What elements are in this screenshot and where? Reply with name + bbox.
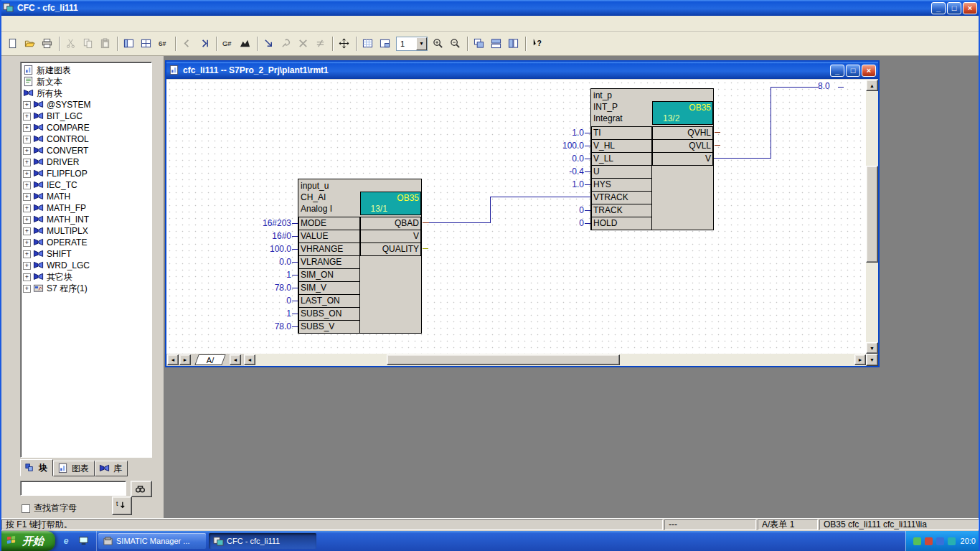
taskbar-task-CFC - cfc_li111[interactable]: CFC - cfc_li111 xyxy=(209,533,316,549)
chart-maximize-button[interactable]: □ xyxy=(846,65,860,77)
pin-name[interactable]: V xyxy=(652,152,713,166)
pin-value[interactable]: 100.0 xyxy=(270,242,291,256)
hscroll-left-arrow[interactable]: ◄ xyxy=(244,354,255,365)
tree-item-S7 程序(1)[interactable]: + S7 程序(1) xyxy=(23,283,151,294)
connection-line[interactable] xyxy=(714,158,771,159)
pin-name[interactable]: QVHL xyxy=(652,126,713,140)
jump-to-interconnection-button[interactable] xyxy=(260,35,278,52)
expand-icon[interactable]: + xyxy=(23,227,31,235)
compare-button[interactable] xyxy=(312,35,329,52)
ie-icon[interactable]: e xyxy=(62,535,73,547)
find-initial-checkbox[interactable] xyxy=(22,504,30,513)
tree-item-CONVERT[interactable]: + CONVERT xyxy=(23,145,151,156)
input-pin-VLRANGE[interactable]: 0.0VLRANGE xyxy=(298,255,360,269)
output-pin-QUALITY[interactable]: QUALITY xyxy=(360,242,422,256)
expand-icon[interactable]: + xyxy=(23,159,31,166)
pin-value[interactable]: 100.0 xyxy=(562,139,584,153)
connection-line[interactable] xyxy=(771,87,771,158)
vscroll-thumb[interactable] xyxy=(866,166,878,263)
sheet-tab[interactable]: A/ xyxy=(194,354,225,365)
tree-item-新文本[interactable]: + 新文本 xyxy=(23,76,151,88)
pin-value[interactable]: 1.0 xyxy=(572,126,584,140)
input-pin-TI[interactable]: 1.0TI xyxy=(591,126,652,140)
scrollbar-corner[interactable]: ▼ xyxy=(866,354,878,366)
pin-value[interactable]: 0.0 xyxy=(279,255,291,269)
overview-button[interactable] xyxy=(138,35,155,52)
input-pin-MODE[interactable]: 16#203MODE xyxy=(298,217,360,230)
output-pin-QBAD[interactable]: QBAD xyxy=(360,217,422,230)
chevron-down-icon[interactable]: ▼ xyxy=(416,37,427,50)
tree-item-MATH[interactable]: + MATH xyxy=(23,191,151,202)
pin-name[interactable]: V_LL xyxy=(591,152,652,166)
print-chart-button[interactable] xyxy=(39,35,56,52)
expand-icon[interactable]: + xyxy=(23,147,31,155)
previous-sheet-button[interactable] xyxy=(179,35,196,52)
tree-item-COMPARE[interactable]: + COMPARE xyxy=(23,122,151,133)
maximize-button[interactable]: □ xyxy=(947,2,961,14)
menu-item[interactable] xyxy=(85,22,95,26)
find-button[interactable] xyxy=(131,481,152,497)
connection-line[interactable] xyxy=(771,87,818,88)
expand-icon[interactable]: + xyxy=(23,170,31,178)
pin-name[interactable]: TI xyxy=(591,126,652,140)
chart-window-titlebar[interactable]: cfc_li111 -- S7Pro_2_Prj\plant1\rmt1 _ □… xyxy=(166,62,878,79)
sheet-prev-button[interactable]: ◄ xyxy=(167,354,179,365)
expand-icon[interactable]: + xyxy=(23,193,31,201)
chart-canvas[interactable]: input_uCH_AIAnalog IOB3513/116#203MODE16… xyxy=(166,80,866,354)
tray-icon-2[interactable] xyxy=(925,537,933,545)
pin-name[interactable]: TRACK xyxy=(591,204,652,217)
pin-value[interactable]: 0 xyxy=(579,204,584,217)
input-pin-SUBS_V[interactable]: 78.0SUBS_V xyxy=(298,320,360,334)
chart-minimize-button[interactable]: _ xyxy=(830,65,844,77)
menu-item[interactable] xyxy=(4,22,14,26)
vscroll-up-arrow[interactable]: ▲ xyxy=(866,80,878,91)
pin-name[interactable]: SUBS_V xyxy=(298,320,360,334)
connection-line[interactable] xyxy=(490,197,491,222)
taskbar-task-SIMATIC Manager ...[interactable]: SIMATIC Manager ... xyxy=(98,533,206,549)
context-help-button[interactable]: ? xyxy=(529,35,546,52)
tile-windows-button[interactable] xyxy=(488,35,505,52)
input-pin-HYS[interactable]: 1.0HYS xyxy=(591,178,652,192)
copy-button[interactable] xyxy=(80,35,97,52)
pin-name[interactable]: QVLL xyxy=(652,139,713,153)
menu-item[interactable] xyxy=(14,22,24,26)
tree-item-FLIPFLOP[interactable]: + FLIPFLOP xyxy=(23,168,151,179)
zoom-factor-select[interactable]: 1▼ xyxy=(396,37,428,51)
sheet-scroll-button[interactable]: ◄ xyxy=(230,354,241,365)
expand-icon[interactable]: + xyxy=(23,285,31,293)
pin-name[interactable]: VLRANGE xyxy=(298,255,360,269)
expand-icon[interactable]: + xyxy=(23,216,31,224)
catalog-tab-块[interactable]: 块 xyxy=(20,459,53,476)
pin-name[interactable]: VALUE xyxy=(298,230,360,243)
pin-value[interactable]: 16#0 xyxy=(272,230,291,243)
pin-name[interactable]: HYS xyxy=(591,178,652,192)
input-pin-HOLD[interactable]: 0HOLD xyxy=(591,217,652,230)
signal-tracking-button[interactable]: G# xyxy=(220,35,237,52)
pin-value[interactable]: 0.0 xyxy=(572,152,584,166)
input-pin-V_HL[interactable]: 100.0V_HL xyxy=(591,139,652,153)
expand-icon[interactable]: + xyxy=(23,250,31,258)
show-desktop-icon[interactable] xyxy=(78,535,90,547)
pin-name[interactable]: SIM_V xyxy=(298,281,360,295)
pin-name[interactable]: SUBS_ON xyxy=(298,307,360,321)
tree-item-WRD_LGC[interactable]: + WRD_LGC xyxy=(23,260,151,271)
connection-line[interactable] xyxy=(423,222,429,223)
catalog-tab-图表[interactable]: 图表 xyxy=(53,461,95,476)
tree-item-OPERATE[interactable]: + OPERATE xyxy=(23,237,151,248)
menu-item[interactable] xyxy=(65,22,75,26)
pin-value[interactable]: 0 xyxy=(579,217,584,230)
menu-item[interactable] xyxy=(55,22,65,26)
tree-item-MATH_INT[interactable]: + MATH_INT xyxy=(23,214,151,225)
close-button[interactable]: × xyxy=(963,2,977,14)
pin-name[interactable]: VHRANGE xyxy=(298,242,360,256)
pin-value[interactable]: 1 xyxy=(286,268,291,282)
connection-line[interactable] xyxy=(490,197,591,197)
input-pin-U[interactable]: -0.4U xyxy=(591,165,652,179)
input-pin-TRACK[interactable]: 0TRACK xyxy=(591,204,652,217)
input-pin-SIM_ON[interactable]: 1SIM_ON xyxy=(298,268,360,282)
tree-item-DRIVER[interactable]: + DRIVER xyxy=(23,156,151,168)
cascade-windows-button[interactable] xyxy=(471,35,488,52)
search-input[interactable] xyxy=(20,481,126,496)
unlock-runtime-button[interactable] xyxy=(278,35,295,52)
expand-icon[interactable]: + xyxy=(23,113,31,121)
